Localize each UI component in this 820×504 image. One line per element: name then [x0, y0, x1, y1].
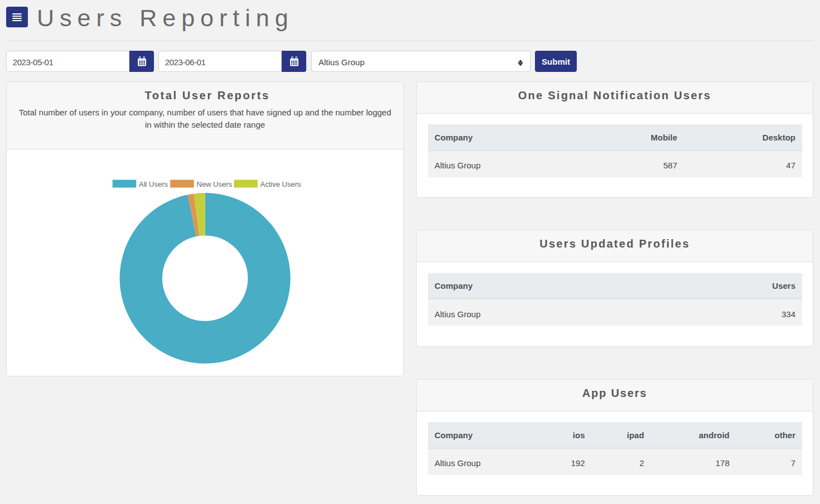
svg-text:All Users: All Users	[139, 180, 168, 188]
svg-text:Active Users: Active Users	[261, 180, 301, 188]
svg-text:New Users: New Users	[197, 180, 233, 188]
